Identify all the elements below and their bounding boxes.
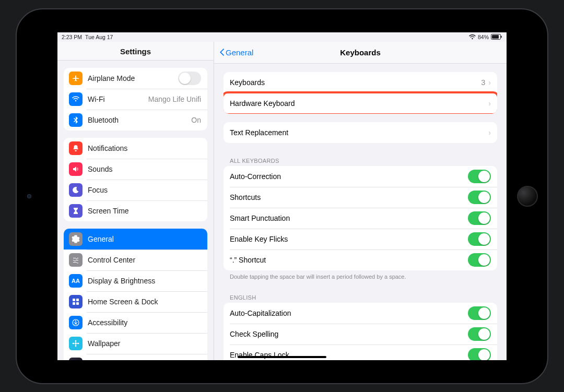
shortcuts-toggle[interactable] xyxy=(468,191,491,204)
sidebar-item-controlcenter[interactable]: Control Center xyxy=(64,250,207,270)
bluetooth-value: On xyxy=(191,116,201,124)
airplane-label: Airplane Mode xyxy=(88,74,178,82)
sidebar-item-homescreen[interactable]: Home Screen & Dock xyxy=(64,291,207,312)
battery-icon xyxy=(491,34,502,40)
row-key-flicks[interactable]: Enable Key Flicks xyxy=(224,229,497,250)
keyflicks-toggle[interactable] xyxy=(468,232,491,246)
page-title: Keyboards xyxy=(214,48,507,57)
sidebar-group-notifications: Notifications Sounds Focus xyxy=(64,138,207,221)
row-autocap[interactable]: Auto-Capitalization xyxy=(224,303,497,324)
row-keyboards[interactable]: Keyboards 3 › xyxy=(224,72,497,93)
periodshortcut-toggle[interactable] xyxy=(468,253,491,267)
homescreen-label: Home Screen & Dock xyxy=(88,298,201,306)
wifi-icon xyxy=(469,34,476,40)
back-button[interactable]: General xyxy=(218,47,253,57)
airplane-toggle[interactable] xyxy=(178,72,201,85)
svg-point-9 xyxy=(75,342,77,345)
chevron-right-icon: › xyxy=(488,99,491,108)
sidebar-item-display[interactable]: AA Display & Brightness xyxy=(64,270,207,291)
svg-rect-5 xyxy=(73,302,75,305)
status-bar: 2:23 PM Tue Aug 17 84% xyxy=(57,32,507,42)
keyboards-label: Keyboards xyxy=(230,78,481,87)
svg-point-8 xyxy=(75,320,76,321)
autocorrect-toggle[interactable] xyxy=(468,170,491,183)
settings-sidebar: Settings Airplane Mode xyxy=(57,42,214,360)
row-shortcuts[interactable]: Shortcuts xyxy=(224,187,497,208)
svg-rect-6 xyxy=(76,302,79,305)
row-text-replacement[interactable]: Text Replacement › xyxy=(224,122,497,143)
shortcuts-label: Shortcuts xyxy=(230,193,468,201)
section-english: ENGLISH xyxy=(230,294,491,301)
svg-point-13 xyxy=(77,342,79,343)
screen-bezel: 2:23 PM Tue Aug 17 84% Settings xyxy=(57,28,507,364)
capslock-toggle[interactable] xyxy=(468,348,491,360)
spelling-toggle[interactable] xyxy=(468,327,491,341)
sidebar-item-airplane[interactable]: Airplane Mode xyxy=(64,68,207,89)
wifi-value: Mango Life Unifi xyxy=(148,95,201,103)
sidebar-item-focus[interactable]: Focus xyxy=(64,180,207,200)
nav-bar: General Keyboards xyxy=(214,42,507,64)
svg-point-10 xyxy=(75,340,76,342)
svg-rect-4 xyxy=(76,299,79,301)
flower-icon xyxy=(69,337,83,350)
periodshortcut-label: “.” Shortcut xyxy=(230,256,468,264)
sidebar-item-wifi[interactable]: Wi-Fi Mango Life Unifi xyxy=(64,89,207,110)
section-all-keyboards: ALL KEYBOARDS xyxy=(230,158,491,164)
sidebar-item-sounds[interactable]: Sounds xyxy=(64,159,207,180)
sidebar-item-siri[interactable]: Siri & Search xyxy=(64,354,207,360)
accessibility-label: Accessibility xyxy=(88,318,201,327)
wifi-icon-box xyxy=(69,92,83,106)
grid-icon xyxy=(69,295,83,308)
bluetooth-label: Bluetooth xyxy=(88,116,191,124)
home-indicator[interactable] xyxy=(238,356,326,358)
sliders-icon xyxy=(69,253,83,267)
svg-rect-3 xyxy=(73,299,75,301)
focus-label: Focus xyxy=(88,186,201,194)
sidebar-item-screentime[interactable]: Screen Time xyxy=(64,200,207,221)
status-date: Tue Aug 17 xyxy=(85,34,113,40)
back-label: General xyxy=(226,48,253,57)
autocap-toggle[interactable] xyxy=(468,306,491,320)
sounds-label: Sounds xyxy=(88,165,201,173)
svg-point-12 xyxy=(73,342,75,343)
notifications-label: Notifications xyxy=(88,144,201,152)
ipad-frame: 2:23 PM Tue Aug 17 84% Settings xyxy=(16,8,548,384)
sidebar-item-accessibility[interactable]: Accessibility xyxy=(64,312,207,333)
wifi-label: Wi-Fi xyxy=(88,95,148,103)
spelling-label: Check Spelling xyxy=(230,330,468,338)
group-all-keyboards: Auto-Correction Shortcuts Smart Punctuat… xyxy=(224,166,497,270)
bluetooth-icon xyxy=(69,113,83,127)
hardware-keyboard-label: Hardware Keyboard xyxy=(230,99,488,108)
home-button[interactable] xyxy=(517,186,538,207)
smartpunct-label: Smart Punctuation xyxy=(230,214,468,222)
camera-dot xyxy=(27,194,31,198)
hourglass-icon xyxy=(69,204,83,218)
svg-rect-2 xyxy=(501,36,502,38)
main-panel: General Keyboards Keyboards 3 › xyxy=(214,42,507,360)
sidebar-item-general[interactable]: General xyxy=(64,229,207,250)
row-smart-punctuation[interactable]: Smart Punctuation xyxy=(224,208,497,229)
airplane-icon xyxy=(69,72,83,85)
keyboards-count: 3 xyxy=(481,78,486,87)
display-label: Display & Brightness xyxy=(88,277,201,285)
speaker-icon xyxy=(69,162,83,176)
status-battery: 84% xyxy=(478,34,489,40)
row-period-shortcut[interactable]: “.” Shortcut xyxy=(224,250,497,270)
keyflicks-label: Enable Key Flicks xyxy=(230,235,468,243)
row-spelling[interactable]: Check Spelling xyxy=(224,324,497,345)
chevron-right-icon: › xyxy=(488,78,491,87)
autocorrect-label: Auto-Correction xyxy=(230,172,468,181)
group-english: Auto-Capitalization Check Spelling Enabl… xyxy=(224,303,497,360)
sidebar-item-notifications[interactable]: Notifications xyxy=(64,138,207,159)
svg-point-11 xyxy=(75,345,76,347)
sidebar-group-connectivity: Airplane Mode Wi-Fi Mango Life Unifi xyxy=(64,68,207,130)
controlcenter-label: Control Center xyxy=(88,256,201,264)
row-autocorrect[interactable]: Auto-Correction xyxy=(224,166,497,187)
main-scroll[interactable]: Keyboards 3 › Hardware Keyboard › xyxy=(214,64,507,360)
row-hardware-keyboard[interactable]: Hardware Keyboard › xyxy=(224,93,497,114)
sidebar-item-bluetooth[interactable]: Bluetooth On xyxy=(64,110,207,130)
smartpunct-toggle[interactable] xyxy=(468,211,491,225)
group-keyboards: Keyboards 3 › Hardware Keyboard › xyxy=(224,72,497,114)
sidebar-item-wallpaper[interactable]: Wallpaper xyxy=(64,333,207,354)
group-text-replacement: Text Replacement › xyxy=(224,122,497,143)
